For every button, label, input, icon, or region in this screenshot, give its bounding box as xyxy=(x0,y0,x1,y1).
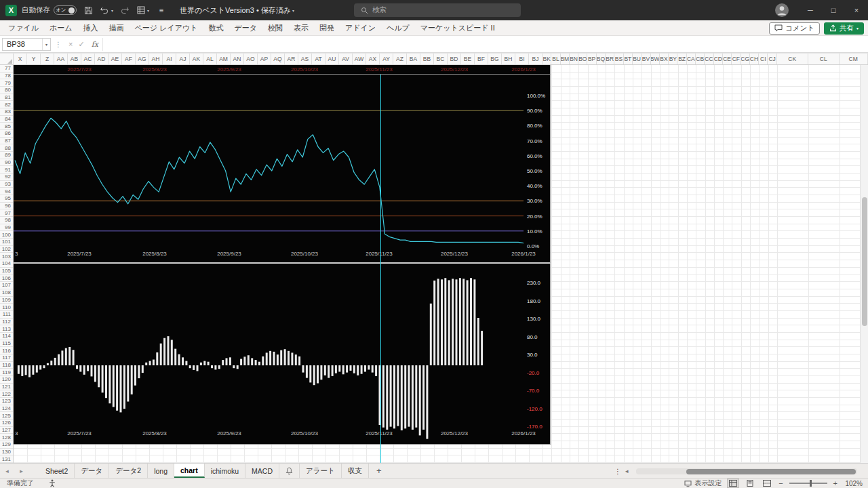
sheet-nav-prev-icon[interactable]: ◂ xyxy=(0,464,14,478)
row-header-106[interactable]: 106 xyxy=(0,274,13,282)
column-header-BV[interactable]: BV xyxy=(642,54,650,64)
select-all-corner[interactable] xyxy=(0,54,14,64)
menu-tab-2[interactable]: 挿入 xyxy=(78,20,104,35)
sheet-tab-chart[interactable]: chart xyxy=(174,464,205,478)
column-header-BG[interactable]: BG xyxy=(488,54,502,64)
close-button[interactable]: × xyxy=(845,0,868,20)
column-header-AB[interactable]: AB xyxy=(68,54,81,64)
share-button[interactable]: 共有 ▾ xyxy=(824,22,864,35)
column-header-AW[interactable]: AW xyxy=(353,54,366,64)
column-header-BD[interactable]: BD xyxy=(448,54,461,64)
row-header-115[interactable]: 115 xyxy=(0,340,13,348)
column-header-BK[interactable]: BK xyxy=(542,54,551,64)
row-header-90[interactable]: 90 xyxy=(0,159,13,167)
column-header-BO[interactable]: BO xyxy=(578,54,587,64)
namebox-splitter[interactable]: ⋮ xyxy=(51,41,66,48)
menu-tab-6[interactable]: データ xyxy=(229,20,262,35)
maximize-button[interactable]: □ xyxy=(822,0,845,20)
insert-function-icon[interactable]: fx xyxy=(87,40,102,49)
row-header-130[interactable]: 130 xyxy=(0,449,13,456)
row-header-123[interactable]: 123 xyxy=(0,398,13,405)
customize-toolbar-button[interactable]: ≡ xyxy=(155,3,168,18)
stochastic-chart[interactable]: 100.0%90.0%80.0%70.0%60.0%50.0%40.0%30.0… xyxy=(14,75,551,264)
column-header-AQ[interactable]: AQ xyxy=(271,54,285,64)
sheet-tab-データ[interactable]: データ xyxy=(75,464,109,478)
column-header-CG[interactable]: CG xyxy=(741,54,750,64)
column-header-AD[interactable]: AD xyxy=(95,54,108,64)
menu-tab-3[interactable]: 描画 xyxy=(104,20,130,35)
search-input[interactable]: 検索 xyxy=(354,3,521,17)
user-avatar[interactable] xyxy=(774,3,789,18)
row-header-117[interactable]: 117 xyxy=(0,354,13,362)
row-header-81[interactable]: 81 xyxy=(0,94,13,102)
column-header-BC[interactable]: BC xyxy=(434,54,448,64)
row-header-128[interactable]: 128 xyxy=(0,434,13,441)
redo-button[interactable] xyxy=(118,3,132,18)
menu-tab-1[interactable]: ホーム xyxy=(44,20,78,35)
column-header-CJ[interactable]: CJ xyxy=(768,54,776,64)
column-header-BM[interactable]: BM xyxy=(561,54,570,64)
row-header-111[interactable]: 111 xyxy=(0,311,13,319)
column-header-BB[interactable]: BB xyxy=(420,54,434,64)
column-header-BF[interactable]: BF xyxy=(475,54,488,64)
row-header-80[interactable]: 80 xyxy=(0,87,13,94)
enter-icon[interactable]: ✓ xyxy=(75,40,87,49)
column-header-AF[interactable]: AF xyxy=(122,54,136,64)
row-header-127[interactable]: 127 xyxy=(0,427,13,434)
excel-logo[interactable]: X xyxy=(5,5,17,16)
column-header-AS[interactable]: AS xyxy=(298,54,312,64)
row-header-107[interactable]: 107 xyxy=(0,282,13,289)
autosave-toggle[interactable]: 自動保存 オン xyxy=(22,5,77,15)
column-header-BX[interactable]: BX xyxy=(660,54,669,64)
column-header-CH[interactable]: CH xyxy=(750,54,759,64)
page-layout-view-icon[interactable] xyxy=(745,479,755,487)
sheet-tab-データ2[interactable]: データ2 xyxy=(109,464,148,478)
save-button[interactable] xyxy=(81,3,95,18)
row-header-88[interactable]: 88 xyxy=(0,144,13,152)
row-header-87[interactable]: 87 xyxy=(0,138,13,145)
column-header-BA[interactable]: BA xyxy=(407,54,420,64)
display-settings-button[interactable]: 表示設定 xyxy=(684,479,722,488)
menu-tab-4[interactable]: ページ レイアウト xyxy=(130,20,203,35)
sheet-tab-収支[interactable]: 収支 xyxy=(342,464,369,478)
row-header-83[interactable]: 83 xyxy=(0,108,13,116)
column-header-AR[interactable]: AR xyxy=(285,54,298,64)
cancel-icon[interactable]: × xyxy=(66,40,75,48)
menu-tab-10[interactable]: アドイン xyxy=(340,20,381,35)
column-header-BI[interactable]: BI xyxy=(515,54,529,64)
column-header-Z[interactable]: Z xyxy=(41,54,54,64)
minimize-button[interactable]: ─ xyxy=(799,0,822,20)
row-header-112[interactable]: 112 xyxy=(0,319,13,326)
column-header-CD[interactable]: CD xyxy=(714,54,723,64)
row-header-97[interactable]: 97 xyxy=(0,209,13,217)
menu-tab-0[interactable]: ファイル xyxy=(3,20,44,35)
column-header-CA[interactable]: CA xyxy=(687,54,696,64)
tabbar-more-icon[interactable]: ⋮ xyxy=(614,464,621,479)
name-box[interactable]: BP38 ▾ xyxy=(2,38,51,51)
column-header-BU[interactable]: BU xyxy=(633,54,642,64)
row-header-114[interactable]: 114 xyxy=(0,333,13,340)
column-header-BN[interactable]: BN xyxy=(570,54,578,64)
row-header-122[interactable]: 122 xyxy=(0,390,13,398)
row-header-108[interactable]: 108 xyxy=(0,289,13,297)
column-header-BQ[interactable]: BQ xyxy=(597,54,606,64)
column-header-AV[interactable]: AV xyxy=(339,54,353,64)
column-header-AZ[interactable]: AZ xyxy=(393,54,407,64)
vertical-scrollbar-thumb[interactable] xyxy=(862,197,867,326)
zoom-slider[interactable] xyxy=(789,483,827,484)
column-header-CB[interactable]: CB xyxy=(696,54,705,64)
column-header-BS[interactable]: BS xyxy=(614,54,623,64)
row-header-98[interactable]: 98 xyxy=(0,217,13,224)
row-header-84[interactable]: 84 xyxy=(0,116,13,123)
column-header-BR[interactable]: BR xyxy=(606,54,614,64)
column-header-AH[interactable]: AH xyxy=(149,54,163,64)
column-header-AU[interactable]: AU xyxy=(326,54,339,64)
sheet-tab-ichimoku[interactable]: ichimoku xyxy=(205,464,245,478)
column-header-BE[interactable]: BE xyxy=(461,54,475,64)
row-header-77[interactable]: 77 xyxy=(0,65,13,73)
row-header-78[interactable]: 78 xyxy=(0,73,13,80)
column-header-CE[interactable]: CE xyxy=(723,54,732,64)
horizontal-scrollbar-thumb[interactable] xyxy=(686,469,856,474)
row-header-120[interactable]: 120 xyxy=(0,376,13,384)
column-header-AM[interactable]: AM xyxy=(217,54,231,64)
